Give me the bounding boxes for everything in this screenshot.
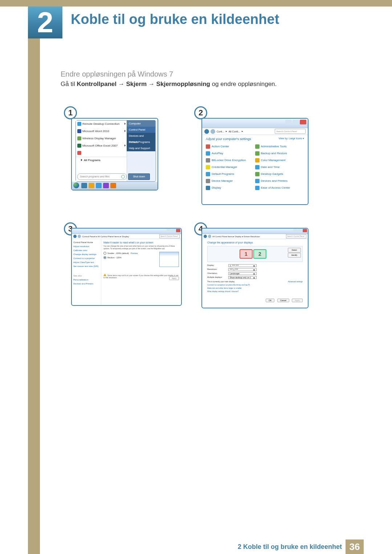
start-right-item[interactable]: Default Programs	[127, 139, 155, 145]
shutdown-button[interactable]: Shut down	[128, 173, 150, 180]
lock-icon	[206, 158, 210, 163]
cp-item[interactable]: Device Manager	[206, 177, 255, 184]
forward-icon[interactable]	[208, 235, 211, 238]
instr-b3: Skjermoppløsning	[156, 81, 210, 87]
close-icon[interactable]	[300, 120, 306, 124]
advanced-settings-link[interactable]: Advanced settings	[288, 280, 303, 283]
cp-item[interactable]: Action Center	[206, 143, 255, 150]
instr-b2: Skjerm	[126, 81, 147, 87]
display-dropdown[interactable]: 1. **** ****	[228, 264, 257, 267]
cp-item[interactable]: AutoPlay	[206, 150, 255, 157]
start-right-item[interactable]: Computer	[127, 120, 155, 127]
cp-item[interactable]: Date and Time	[255, 164, 305, 171]
display-heading: Make it easier to read what's on your sc…	[103, 241, 179, 244]
close-icon[interactable]	[303, 229, 307, 232]
start-right-item[interactable]: Help and Support	[127, 145, 155, 151]
footer-text: 2 Koble til og bruke en kildeenhet	[238, 539, 342, 554]
monitor-1[interactable]: 1	[240, 249, 253, 259]
cp-item[interactable]: Devices and Printers	[255, 177, 305, 184]
minimize-icon[interactable]	[167, 229, 171, 232]
minimize-icon[interactable]	[285, 120, 292, 124]
all-programs[interactable]: All Programs	[76, 157, 127, 164]
cp-item-display[interactable]: Display	[206, 184, 255, 191]
breadcrumb-segment[interactable]: All Conti...	[229, 130, 240, 133]
start-right-item[interactable]: Devices and Printers	[127, 133, 155, 139]
sidebar-link[interactable]: Adjust resolution	[73, 245, 99, 247]
maximize-icon[interactable]	[298, 229, 302, 232]
taskbar-ie-icon[interactable]	[96, 183, 102, 188]
sidebar-link[interactable]: Set custom text size (DPI)	[73, 265, 99, 267]
breadcrumb-segment[interactable]: Cont...	[217, 130, 224, 133]
apply-button[interactable]: Apply	[169, 276, 179, 280]
taskbar-icon[interactable]	[81, 183, 87, 188]
back-icon[interactable]	[204, 129, 209, 134]
maximize-icon[interactable]	[293, 120, 299, 124]
start-right-item-control-panel[interactable]: Control Panel	[127, 127, 155, 133]
sidebar-link[interactable]: Personalization	[73, 279, 99, 281]
start-menu-programs: Remote Desktop Connection Microsoft Word…	[76, 120, 127, 181]
menu-item[interactable]: Remote Desktop Connection	[76, 120, 127, 128]
taskbar-icon[interactable]	[89, 183, 94, 188]
cp-item[interactable]: BitLocker Drive Encryption	[206, 157, 255, 164]
search-input[interactable]: Search Control Panel	[275, 129, 306, 134]
projector-link[interactable]: Connect to a projector (or press the ⊞ k…	[207, 284, 303, 286]
menu-item-label: Microsoft Office Excel 2007	[82, 144, 118, 147]
cp-item[interactable]: Color Management	[255, 157, 305, 164]
monitor-preview: 1 2 Detect Identify	[207, 246, 303, 262]
forward-icon[interactable]	[78, 235, 81, 238]
titlebar	[72, 229, 181, 234]
sidebar-link[interactable]: Adjust ClearType text	[73, 261, 99, 263]
cp-item[interactable]: Ease of Access Center	[255, 184, 305, 191]
taskbar-icon[interactable]	[110, 183, 116, 188]
detect-button[interactable]: Detect	[288, 248, 301, 253]
breadcrumb[interactable]: Control Panel ▸ All Control Panel Items …	[82, 235, 129, 238]
printer-icon	[255, 179, 260, 183]
view-by-link[interactable]: View by: Large icons ▾	[275, 135, 308, 140]
minimize-icon[interactable]	[293, 229, 298, 232]
instr-pre: Gå til	[61, 81, 77, 87]
sidebar-header: Control Panel Home	[73, 241, 99, 243]
sidebar-link[interactable]: Calibrate color	[73, 249, 99, 251]
orientation-dropdown[interactable]: Landscape	[228, 272, 257, 275]
text-size-link[interactable]: Make text and other items larger or smal…	[207, 287, 303, 289]
back-icon[interactable]	[204, 235, 207, 238]
sidebar-link[interactable]: Change display settings	[73, 253, 99, 255]
search-input[interactable]: Search Control Panel	[286, 234, 306, 238]
size-option-125[interactable]: Medium - 125%	[103, 256, 157, 259]
taskbar-icon[interactable]	[103, 183, 109, 188]
sidebar-link[interactable]: Devices and Printers	[73, 283, 99, 285]
back-icon[interactable]	[73, 235, 77, 238]
multidisplay-dropdown[interactable]: Show desktop only on 1	[228, 276, 257, 279]
search-input[interactable]: Search Control Panel	[159, 234, 180, 238]
excel-icon	[77, 144, 81, 148]
menu-item[interactable]: Wireless Display Manager	[76, 135, 127, 142]
menu-item-label: Remote Desktop Connection	[82, 122, 119, 126]
cp-item[interactable]: Default Programs	[206, 171, 255, 177]
cp-item[interactable]: Desktop Gadgets	[255, 171, 305, 177]
sidebar-link[interactable]: Connect to a projector	[73, 257, 99, 259]
resolution-dropdown[interactable]: **** x ****	[228, 268, 257, 271]
cancel-button[interactable]: Cancel	[277, 299, 289, 302]
identify-button[interactable]: Identify	[288, 253, 301, 258]
ok-button[interactable]: OK	[266, 299, 274, 302]
cp-item[interactable]: Backup and Restore	[255, 150, 305, 157]
monitor-2[interactable]: 2	[253, 249, 266, 259]
forward-icon[interactable]	[211, 129, 215, 134]
cp-item[interactable]: Administrative Tools	[255, 143, 305, 150]
breadcrumb[interactable]: All Control Panel Items ▸ Display ▸ Scre…	[212, 235, 260, 238]
apply-button[interactable]: Apply	[292, 299, 303, 302]
size-option-100[interactable]: Smaller - 100% (default) Preview	[103, 252, 157, 255]
close-icon[interactable]	[176, 229, 180, 232]
address-bar: All Control Panel Items ▸ Display ▸ Scre…	[202, 234, 308, 239]
sidebar: Control Panel Home Adjust resolution Cal…	[72, 239, 101, 306]
app-icon	[77, 151, 81, 155]
menu-item[interactable]: Microsoft Office Excel 2007	[76, 142, 127, 149]
maximize-icon[interactable]	[171, 229, 176, 232]
address-bar: Control Panel ▸ All Control Panel Items …	[72, 234, 181, 239]
cp-item[interactable]: Credential Manager	[206, 164, 255, 171]
menu-item[interactable]: Microsoft Word 2010	[76, 128, 127, 135]
search-input[interactable]: Search programs and files	[77, 173, 127, 180]
start-orb-icon[interactable]	[73, 182, 79, 188]
help-link[interactable]: What display settings should I choose?	[207, 290, 303, 292]
menu-item[interactable]	[76, 149, 127, 157]
